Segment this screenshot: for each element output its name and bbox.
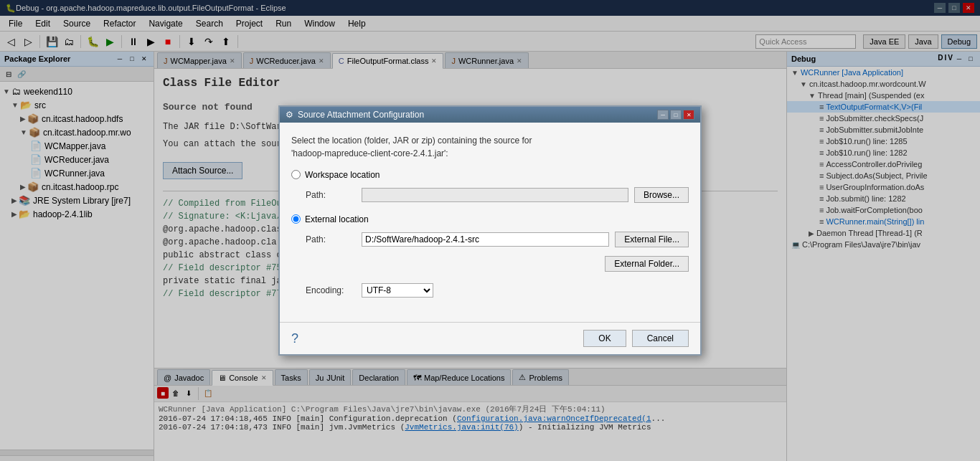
path-label: Path: (306, 190, 356, 200)
external-path-row: Path: External File... (306, 232, 689, 247)
dialog-close[interactable]: ✕ (683, 110, 694, 120)
workspace-label: Workspace location (305, 170, 380, 180)
dialog-title: Source Attachment Configuration (298, 110, 657, 120)
external-path-input[interactable] (362, 232, 609, 247)
dialog-maximize[interactable]: □ (670, 110, 682, 120)
dialog-body: Select the location (folder, JAR or zip)… (280, 123, 700, 322)
dialog-overlay: ⚙ Source Attachment Configuration ─ □ ✕ … (0, 0, 980, 461)
encoding-row: Encoding: UTF-8 ISO-8859-1 US-ASCII (306, 283, 689, 298)
workspace-option: Workspace location (291, 170, 689, 180)
help-icon[interactable]: ? (291, 331, 298, 346)
workspace-path-input[interactable] (362, 188, 628, 202)
external-label: External location (305, 214, 369, 224)
ok-button[interactable]: OK (583, 330, 626, 347)
dialog-minimize[interactable]: ─ (657, 110, 669, 120)
external-folder-button[interactable]: External Folder... (605, 256, 689, 272)
dialog-titlebar: ⚙ Source Attachment Configuration ─ □ ✕ (280, 107, 700, 123)
dialog-titlebar-buttons: ─ □ ✕ (657, 110, 694, 120)
radio-group: Workspace location Path: Browse... Exter… (291, 170, 689, 303)
workspace-path-row: Path: Browse... (306, 187, 689, 203)
cancel-button[interactable]: Cancel (632, 330, 689, 347)
external-option: External location (291, 214, 689, 224)
external-path-label: Path: (306, 234, 356, 244)
source-attachment-dialog: ⚙ Source Attachment Configuration ─ □ ✕ … (278, 105, 702, 356)
browse-button[interactable]: Browse... (634, 187, 689, 203)
external-file-button[interactable]: External File... (615, 232, 689, 247)
external-folder-row: External Folder... (306, 256, 689, 272)
encoding-label: Encoding: (306, 285, 356, 295)
encoding-select[interactable]: UTF-8 ISO-8859-1 US-ASCII (362, 283, 433, 298)
dialog-footer: ? OK Cancel (280, 322, 700, 354)
dialog-description: Select the location (folder, JAR or zip)… (291, 134, 689, 160)
external-radio[interactable] (291, 214, 301, 224)
workspace-radio[interactable] (291, 170, 301, 179)
dialog-icon: ⚙ (286, 110, 293, 120)
